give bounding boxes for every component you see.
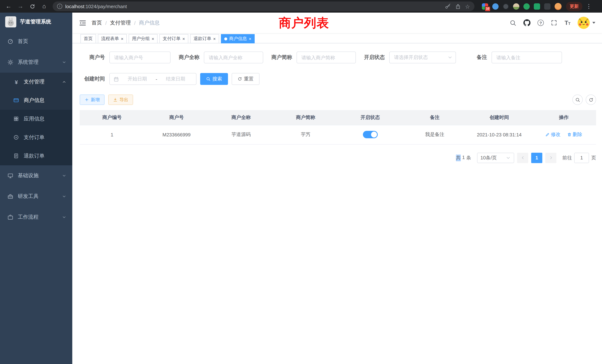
toolbox-icon: [7, 193, 13, 199]
user-avatar[interactable]: [578, 17, 590, 29]
tab-process-form[interactable]: 流程表单×: [98, 34, 127, 43]
sidebar-fold-icon[interactable]: [79, 19, 86, 26]
sidebar-item-payment[interactable]: ¥ 支付管理: [0, 73, 72, 91]
close-icon[interactable]: ×: [213, 36, 216, 41]
fullscreen-icon[interactable]: [551, 20, 558, 26]
start-date-placeholder: 开始日期: [120, 76, 154, 82]
extension-icon-green-doc[interactable]: [534, 3, 540, 10]
extensions-bar: 10: [482, 3, 562, 10]
sidebar-item-home[interactable]: 首页: [0, 31, 72, 52]
short-name-input[interactable]: [297, 52, 356, 63]
filter-row-2: 创建时间 开始日期 - 结束日期 搜索 重置: [80, 73, 596, 85]
status-toggle[interactable]: [363, 131, 377, 138]
chevron-right-icon: [548, 155, 553, 160]
pencil-icon: [545, 132, 550, 137]
sidebar-item-app-info[interactable]: 应用信息: [0, 110, 72, 128]
grid-icon: [13, 116, 19, 122]
search-button[interactable]: 搜索: [200, 73, 228, 85]
url-bar[interactable]: i localhost:1024/pay/merchant ☆: [53, 1, 474, 11]
breadcrumb-payment[interactable]: 支付管理: [110, 20, 131, 26]
sidebar-item-devtools[interactable]: 研发工具: [0, 186, 72, 207]
extension-icon-green-circle[interactable]: [523, 3, 530, 10]
extension-icon-colorful[interactable]: 10: [482, 3, 488, 10]
sidebar-item-refund-order[interactable]: 退款订单: [0, 147, 72, 165]
search-icon: [575, 97, 580, 102]
tab-refund-order[interactable]: 退款订单×: [190, 34, 219, 43]
user-menu[interactable]: [578, 17, 595, 29]
github-icon[interactable]: [523, 19, 530, 26]
help-icon[interactable]: ?: [538, 20, 544, 26]
password-key-icon[interactable]: [445, 3, 451, 9]
sidebar-item-system[interactable]: 系统管理: [0, 52, 72, 73]
prev-page-button[interactable]: [517, 152, 528, 163]
dashboard-icon: [7, 39, 13, 44]
breadcrumb-home[interactable]: 首页: [92, 20, 102, 26]
refresh-table-button[interactable]: [586, 95, 596, 105]
extension-icon-avatar[interactable]: [513, 3, 519, 10]
merchant-no-input[interactable]: [109, 52, 171, 63]
profile-avatar[interactable]: [555, 3, 562, 10]
export-button[interactable]: 导出: [108, 95, 133, 105]
goto-page-input[interactable]: [574, 152, 589, 163]
calendar-icon: [113, 76, 119, 82]
table-row: 1 M233666999 芋道源码 芋艿 我是备注 2021-10-23 08:…: [80, 125, 596, 144]
status-label: 开启状态: [364, 54, 385, 61]
sidebar-item-infrastructure[interactable]: 基础设施: [0, 165, 72, 186]
close-icon[interactable]: ×: [121, 36, 123, 41]
date-range-picker[interactable]: 开始日期 - 结束日期: [109, 73, 196, 85]
font-size-icon[interactable]: TT: [565, 20, 570, 26]
tab-user-group[interactable]: 用户分组×: [129, 34, 158, 43]
browser-update-button[interactable]: 更新: [566, 2, 582, 11]
remark-input[interactable]: [492, 52, 562, 63]
merchant-no-label: 商户号: [80, 54, 105, 61]
extension-icon-dark[interactable]: [503, 3, 509, 10]
col-remark: 备注: [402, 110, 467, 125]
delete-link[interactable]: 删除: [567, 131, 582, 138]
tab-home[interactable]: 首页: [80, 34, 96, 43]
page-jumper: 前往 页: [562, 152, 596, 163]
merchant-table: 商户编号 商户号 商户全称 商户简称 开启状态 备注 创建时间 操作 1: [80, 110, 596, 144]
reset-button[interactable]: 重置: [232, 73, 259, 85]
forward-button[interactable]: →: [16, 1, 25, 11]
close-icon[interactable]: ×: [152, 36, 154, 41]
col-seq: 商户编号: [80, 110, 144, 125]
close-icon[interactable]: ×: [249, 36, 251, 41]
share-icon[interactable]: [455, 3, 461, 9]
tab-merchant-info[interactable]: 商户信息×: [221, 34, 255, 43]
sidebar-item-pay-order[interactable]: 支付订单: [0, 128, 72, 147]
sidebar-item-workflow[interactable]: 工作流程: [0, 207, 72, 228]
caret-down-icon: [592, 22, 595, 24]
chevron-up-icon: [62, 80, 66, 84]
chevron-down-icon: [62, 194, 66, 199]
main-area: 首页 / 支付管理 / 商户信息 ?: [72, 13, 602, 364]
bookmark-star-icon[interactable]: ☆: [465, 3, 470, 9]
site-info-icon[interactable]: i: [57, 4, 62, 9]
full-name-label: 商户全称: [179, 54, 199, 61]
close-icon[interactable]: ×: [182, 36, 185, 41]
full-name-input[interactable]: [204, 52, 263, 63]
app-logo[interactable]: 芋道管理系统: [0, 13, 72, 31]
extension-icon-drop[interactable]: [492, 3, 499, 10]
sidebar-item-merchant-info[interactable]: 商户信息: [0, 91, 72, 110]
circle-dot-icon: [13, 135, 19, 140]
back-button[interactable]: ←: [4, 1, 13, 11]
add-button[interactable]: 新增: [80, 95, 105, 105]
download-icon: [113, 97, 118, 102]
extension-icon-pin[interactable]: [544, 3, 550, 10]
document-icon: [13, 153, 19, 159]
tab-pay-order[interactable]: 支付订单×: [159, 34, 188, 43]
status-select[interactable]: 请选择开启状态: [389, 52, 456, 63]
col-actions: 操作: [532, 110, 596, 125]
monitor-icon: [7, 173, 13, 179]
edit-link[interactable]: 修改: [545, 131, 560, 138]
page-number-1[interactable]: 1: [531, 152, 542, 163]
search-icon[interactable]: [510, 20, 516, 26]
home-button[interactable]: ⌂: [39, 1, 49, 11]
toggle-search-button[interactable]: [572, 95, 583, 105]
page-size-select[interactable]: 10条/页: [477, 152, 514, 163]
pagination: 共 1 条 10条/页 1 前: [80, 152, 596, 163]
next-page-button[interactable]: [545, 152, 556, 163]
browser-menu-icon[interactable]: ⋮: [585, 3, 593, 10]
reload-button[interactable]: [27, 1, 37, 11]
trash-icon: [567, 132, 572, 137]
